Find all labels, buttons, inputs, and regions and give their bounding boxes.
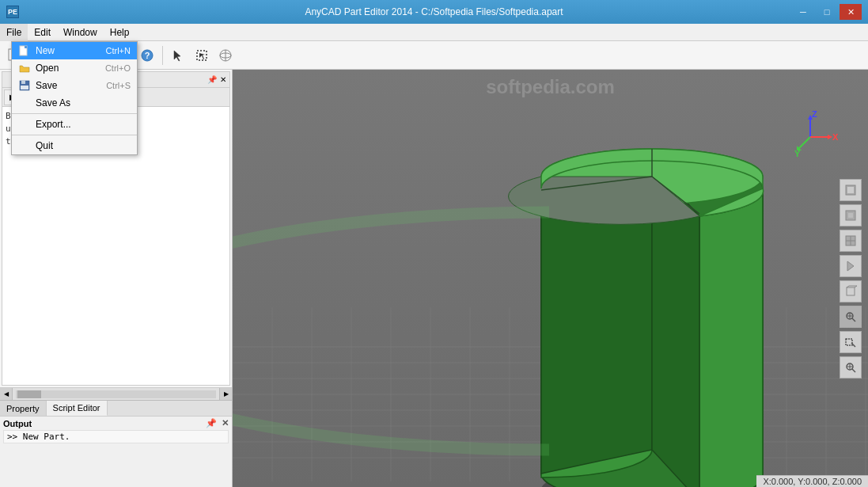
svg-rect-79 — [21, 86, 28, 89]
menu-save-shortcut: Ctrl+S — [106, 81, 131, 90]
window-controls: ─ □ ✕ — [792, 4, 862, 20]
export-icon — [18, 119, 31, 130]
output-line-1: >> New Part. — [3, 430, 229, 443]
menu-file[interactable]: File — [0, 24, 28, 41]
view-btn-front[interactable] — [840, 179, 862, 201]
file-dropdown: New Ctrl+N Open Ctrl+O Save Ctrl+S Save … — [11, 41, 138, 155]
menu-new-shortcut: Ctrl+N — [106, 46, 131, 55]
menu-window[interactable]: Window — [57, 24, 104, 41]
restore-button[interactable]: □ — [816, 4, 838, 20]
toolbar-box-select[interactable] — [191, 44, 213, 67]
bottom-panel: Property Script Editor Output 📌 ✕ >> New… — [0, 400, 232, 487]
close-button[interactable]: ✕ — [840, 4, 862, 20]
view-btn-zoomfit[interactable] — [840, 306, 862, 328]
open-file-icon — [18, 63, 31, 74]
view-btn-right[interactable] — [840, 255, 862, 277]
svg-rect-61 — [847, 287, 855, 295]
svg-text:Z: Z — [812, 109, 817, 119]
menu-quit-label: Quit — [36, 140, 53, 151]
output-close-icon[interactable]: ✕ — [222, 418, 229, 428]
menu-item-save[interactable]: Save Ctrl+S — [12, 77, 137, 94]
view-btn-back[interactable] — [840, 204, 862, 226]
view-btn-iso[interactable] — [840, 280, 862, 302]
output-header-icons: 📌 ✕ — [206, 418, 229, 428]
svg-rect-70 — [846, 339, 852, 345]
svg-text:X: X — [832, 132, 839, 142]
toolbar-rotate[interactable] — [214, 44, 237, 67]
menu-edit[interactable]: Edit — [28, 24, 57, 41]
menu-item-new[interactable]: New Ctrl+N — [12, 42, 137, 59]
menu-bar: File Edit Window Help — [0, 24, 868, 41]
toolbar-select[interactable] — [167, 44, 189, 67]
app-icon: PE — [6, 6, 19, 18]
svg-rect-57 — [848, 213, 853, 218]
tab-property[interactable]: Property — [0, 401, 47, 416]
new-file-icon — [18, 45, 31, 56]
hscroll[interactable]: ◀ ▶ — [0, 387, 232, 400]
status-bar: X:0.000, Y:0.000, Z:0.000 — [756, 475, 868, 487]
script-pin-icon[interactable]: 📌 — [207, 75, 217, 84]
output-pin-icon[interactable]: 📌 — [206, 418, 217, 428]
view-tools — [840, 179, 862, 379]
svg-rect-78 — [21, 81, 25, 84]
hscroll-left[interactable]: ◀ — [0, 388, 13, 401]
toolbar-help[interactable]: ? — [136, 44, 158, 67]
menu-save-label: Save — [36, 80, 57, 91]
bottom-tabs: Property Script Editor — [0, 401, 232, 417]
svg-line-73 — [852, 369, 855, 372]
view-btn-zoomin[interactable] — [840, 356, 862, 379]
menu-new-label: New — [36, 45, 55, 56]
title-text: AnyCAD Part Editor 2014 - C:/Softpedia F… — [305, 6, 563, 17]
hscroll-thumb[interactable] — [17, 390, 41, 398]
viewport-grid: Z X Y — [233, 70, 868, 487]
menu-saveas-label: Save As — [36, 97, 70, 108]
hscroll-track[interactable] — [16, 390, 216, 398]
dropdown-sep1 — [12, 113, 137, 114]
title-bar-left: PE — [6, 6, 19, 18]
svg-line-67 — [852, 318, 855, 321]
svg-text:?: ? — [145, 51, 150, 60]
menu-item-open[interactable]: Open Ctrl+O — [12, 59, 137, 77]
title-bar: PE AnyCAD Part Editor 2014 - C:/Softpedi… — [0, 0, 868, 24]
svg-text:Y: Y — [794, 149, 801, 158]
quit-icon — [18, 140, 31, 151]
script-close-icon[interactable]: ✕ — [220, 75, 226, 84]
output-area: Output 📌 ✕ >> New Part. — [0, 417, 232, 445]
output-header: Output 📌 ✕ — [3, 418, 229, 428]
toolbar-sep3 — [162, 46, 163, 65]
saveas-icon — [18, 97, 31, 108]
tab-script-editor[interactable]: Script Editor — [47, 401, 108, 416]
menu-item-export[interactable]: Export... — [12, 116, 137, 133]
dropdown-sep2 — [12, 135, 137, 135]
viewport[interactable]: Z X Y softpedia.com — [233, 70, 868, 487]
svg-rect-55 — [847, 187, 854, 193]
view-btn-zoomwindow[interactable] — [840, 331, 862, 353]
hscroll-right[interactable]: ▶ — [219, 388, 232, 401]
menu-export-label: Export... — [36, 119, 71, 130]
output-label: Output — [3, 419, 32, 428]
menu-item-saveas[interactable]: Save As — [12, 94, 137, 112]
menu-help[interactable]: Help — [104, 24, 136, 41]
view-btn-top[interactable] — [840, 230, 862, 252]
menu-open-shortcut: Ctrl+O — [105, 63, 131, 73]
save-file-icon — [18, 80, 31, 91]
menu-open-label: Open — [36, 63, 59, 74]
minimize-button[interactable]: ─ — [792, 4, 814, 20]
menu-item-quit[interactable]: Quit — [12, 137, 137, 154]
